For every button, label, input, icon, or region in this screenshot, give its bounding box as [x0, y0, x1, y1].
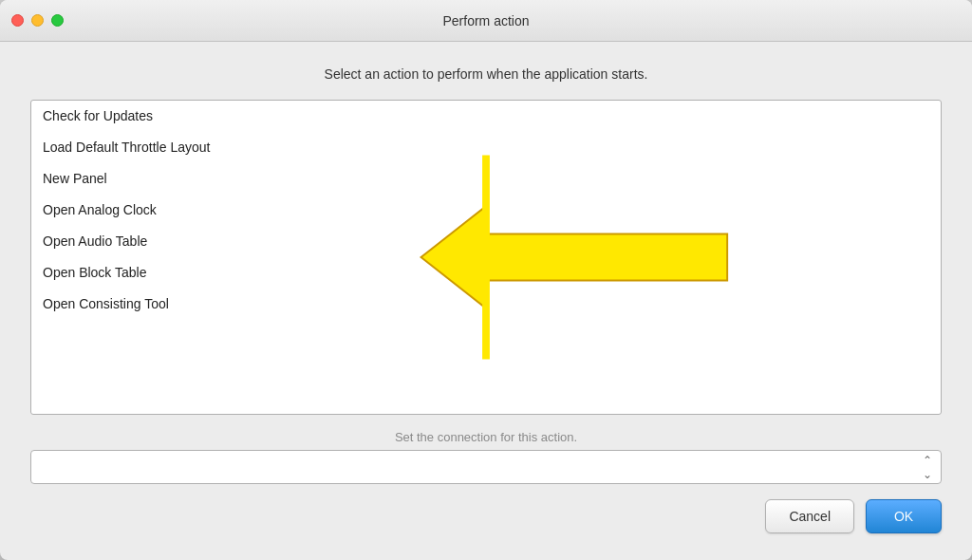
traffic-lights: [11, 14, 64, 27]
titlebar: Perform action: [0, 0, 972, 42]
connection-label: Set the connection for this action.: [30, 430, 942, 444]
action-list-container: Check for UpdatesLoad Default Throttle L…: [30, 100, 942, 415]
description-text: Select an action to perform when the app…: [30, 65, 942, 84]
minimize-button[interactable]: [31, 14, 44, 27]
list-item[interactable]: Open Block Table: [31, 257, 941, 289]
window-title: Perform action: [442, 13, 529, 28]
list-item[interactable]: New Panel: [31, 163, 941, 195]
maximize-button[interactable]: [51, 14, 64, 27]
list-item[interactable]: Load Default Throttle Layout: [31, 132, 941, 163]
connection-section: Set the connection for this action. ⌃ ⌄: [30, 430, 942, 484]
close-button[interactable]: [11, 14, 24, 27]
connection-select-wrapper: ⌃ ⌄: [30, 450, 942, 484]
action-list-scroll[interactable]: Check for UpdatesLoad Default Throttle L…: [31, 101, 941, 414]
window: Perform action Select an action to perfo…: [0, 0, 972, 560]
dialog-content: Select an action to perform when the app…: [0, 42, 972, 560]
list-item[interactable]: Check for Updates: [31, 101, 941, 132]
cancel-button[interactable]: Cancel: [765, 499, 854, 533]
connection-select[interactable]: [30, 450, 942, 484]
list-item[interactable]: Open Analog Clock: [31, 195, 941, 226]
list-item[interactable]: Open Audio Table: [31, 226, 941, 257]
list-item[interactable]: Open Consisting Tool: [31, 289, 941, 320]
ok-button[interactable]: OK: [866, 499, 942, 533]
button-row: Cancel OK: [30, 499, 942, 537]
